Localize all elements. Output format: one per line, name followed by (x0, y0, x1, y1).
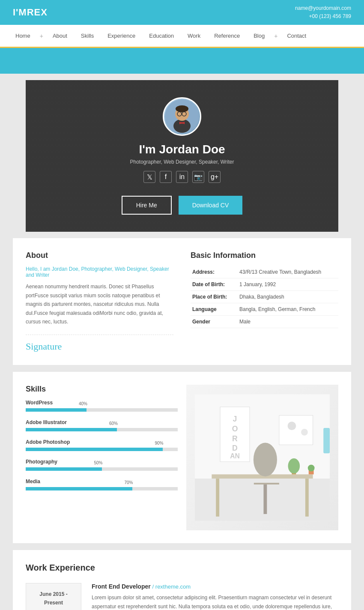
info-row-pob: Place of Birth: Dhaka, Bangladesh (191, 291, 338, 303)
nav-contact[interactable]: Contact (280, 25, 313, 47)
info-row-dob: Date of Birth: 1 January, 1992 (191, 278, 338, 291)
googleplus-icon[interactable]: g+ (209, 171, 221, 183)
info-label-pob: Place of Birth: (191, 291, 238, 303)
avatar (163, 97, 201, 136)
nav-plus-home: + (37, 25, 46, 47)
skills-title: Skills (26, 385, 178, 394)
skill-wordpress: WordPress (26, 400, 178, 412)
skill-label-media: Media (26, 478, 178, 484)
about-left: About Hello, I am Jordan Doe, Photograph… (26, 251, 173, 352)
work-section: Work Experience June 2015 -Present Front… (13, 550, 351, 610)
logo[interactable]: I'MREX (13, 7, 48, 18)
skill-bar-fill-photoshop (26, 448, 163, 451)
linkedin-icon[interactable]: in (176, 171, 188, 183)
hero-subtitle: Photographer, Web Designer, Speaker, Wri… (130, 159, 234, 165)
skills-right-image: J O R D AN (186, 385, 338, 530)
info-value-gender: Male (238, 316, 338, 328)
facebook-icon[interactable]: f (160, 171, 172, 183)
about-title: About (26, 251, 173, 260)
info-label-gender: Gender (191, 316, 238, 328)
hero-section: I'm Jordan Doe Photographer, Web Designe… (26, 80, 338, 232)
skill-bar-bg-photography (26, 467, 178, 471)
svg-rect-17 (263, 484, 267, 514)
skill-bar-bg-photoshop (26, 448, 178, 451)
svg-point-3 (176, 105, 188, 112)
nav-skills[interactable]: Skills (74, 25, 101, 47)
skill-photography: Photography (26, 459, 178, 471)
skill-label-wordpress: WordPress (26, 400, 178, 406)
svg-point-27 (301, 429, 308, 436)
svg-text:AN: AN (230, 452, 240, 460)
work-jobtitle-1: Front End Developer / rextheme.com (92, 583, 338, 590)
nav-work[interactable]: Work (181, 25, 207, 47)
info-value-address: 43/R/13 Creative Town, Bangladesh (238, 266, 338, 278)
site-header: I'MREX name@yourdomain.com +00 (123) 456… (0, 0, 364, 25)
info-row-address: Address: 43/R/13 Creative Town, Banglade… (191, 266, 338, 278)
nav-home[interactable]: Home (9, 25, 37, 47)
info-label-language: Language (191, 303, 238, 316)
skill-bar-fill-illustrator (26, 428, 117, 431)
svg-text:O: O (232, 425, 238, 433)
info-value-language: Bangla, English, German, French (238, 303, 338, 316)
nav-reference[interactable]: Reference (207, 25, 247, 47)
twitter-icon[interactable]: 𝕏 (143, 171, 155, 183)
nav-experience[interactable]: Experience (101, 25, 142, 47)
nav-about[interactable]: About (46, 25, 74, 47)
nav-blog[interactable]: Blog (247, 25, 272, 47)
signature: Signature (26, 335, 173, 352)
nav-education[interactable]: Education (142, 25, 181, 47)
header-contact: name@yourdomain.com +00 (123) 456 789 (295, 4, 351, 21)
svg-point-18 (254, 443, 277, 477)
nav-plus-blog: + (272, 25, 280, 47)
svg-text:D: D (232, 444, 238, 453)
skill-photoshop: Adobe Photoshop (26, 439, 178, 451)
basic-info-title: Basic Information (191, 251, 338, 260)
svg-rect-32 (323, 428, 330, 453)
skill-media: Media (26, 478, 178, 490)
skills-left: Skills WordPress Adobe Illustrator Adobe… (26, 385, 186, 530)
skill-label-illustrator: Adobe Illustrator (26, 419, 178, 425)
instagram-icon[interactable]: 📷 (192, 171, 204, 183)
svg-point-26 (288, 422, 296, 431)
main-nav: Home + About Skills Experience Education… (0, 25, 364, 48)
work-company-1: / rextheme.com (152, 583, 191, 590)
work-timeline: June 2015 -Present Front End Developer /… (26, 583, 338, 610)
info-value-dob: 1 January, 1992 (238, 278, 338, 291)
svg-point-31 (308, 465, 315, 472)
about-body: Aenean nonummy hendrerit mauris. Donec s… (26, 282, 173, 326)
basic-info: Basic Information Address: 43/R/13 Creat… (191, 251, 338, 352)
svg-point-9 (181, 122, 183, 124)
skills-section: Skills WordPress Adobe Illustrator Adobe… (13, 372, 351, 543)
svg-point-29 (288, 458, 300, 473)
info-label-address: Address: (191, 266, 238, 278)
hero-buttons: Hire Me Download CV (122, 196, 243, 215)
info-value-pob: Dhaka, Bangladesh (238, 291, 338, 303)
work-content-1: Front End Developer / rextheme.com Lorem… (92, 583, 338, 610)
hero-name: I'm Jordan Doe (139, 143, 225, 156)
work-desc-1: Lorem ipsum dolor sit amet, consectetur … (92, 593, 338, 610)
skill-bar-bg-media (26, 487, 178, 490)
svg-rect-15 (305, 479, 309, 517)
svg-rect-12 (195, 479, 330, 521)
info-row-language: Language Bangla, English, German, French (191, 303, 338, 316)
svg-rect-16 (254, 483, 279, 484)
info-row-gender: Gender Male (191, 316, 338, 328)
work-title: Work Experience (26, 563, 338, 573)
info-table: Address: 43/R/13 Creative Town, Banglade… (191, 266, 338, 328)
svg-text:R: R (232, 434, 238, 443)
about-section: About Hello, I am Jordan Doe, Photograph… (13, 238, 351, 365)
hire-me-button[interactable]: Hire Me (122, 196, 172, 215)
download-cv-button[interactable]: Download CV (179, 196, 243, 215)
social-icons: 𝕏 f in 📷 g+ (143, 171, 221, 183)
svg-text:J: J (233, 415, 237, 424)
phone: +00 (123) 456 789 (295, 12, 351, 21)
hero-bg-top (0, 48, 364, 74)
info-label-dob: Date of Birth: (191, 278, 238, 291)
work-item-1: June 2015 -Present Front End Developer /… (26, 583, 338, 610)
skill-bar-bg-wordpress (26, 408, 178, 412)
skill-illustrator: Adobe Illustrator (26, 419, 178, 431)
skill-bar-fill-wordpress (26, 408, 87, 412)
about-intro: Hello, I am Jordan Doe, Photographer, We… (26, 266, 173, 278)
svg-point-1 (173, 119, 191, 133)
svg-rect-14 (216, 479, 219, 517)
